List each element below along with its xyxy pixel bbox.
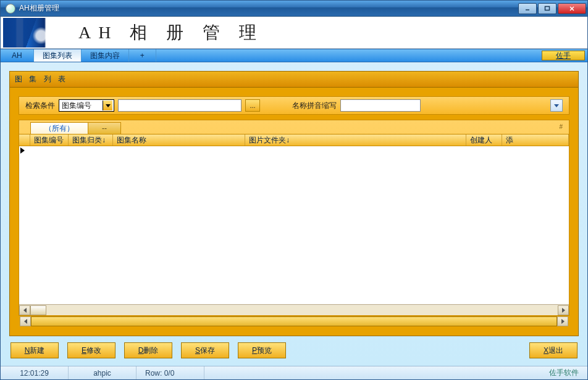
tab-album-list[interactable]: 图集列表 [34, 49, 82, 62]
pinyin-input[interactable] [340, 99, 421, 112]
panel-scroll-thumb[interactable] [31, 316, 557, 326]
grid-tab-dash[interactable]: -- [88, 122, 121, 134]
window-title: AH相册管理 [19, 3, 518, 14]
dropdown-arrow-icon [103, 101, 112, 110]
search-row: 检索条件 图集编号 ... 名称拼音缩写 [19, 96, 569, 115]
scroll-track[interactable] [30, 305, 558, 315]
col-add[interactable]: 添 [502, 134, 569, 146]
search-options-dropdown[interactable] [550, 99, 563, 112]
panel-scroll-right-button[interactable] [557, 316, 568, 326]
grid-row-selector-col[interactable] [19, 134, 30, 146]
panel-scroll-track[interactable] [31, 316, 557, 326]
pinyin-label: 名称拼音缩写 [292, 101, 337, 111]
panel-title: 图 集 列 表 [10, 72, 578, 88]
banner: AH 相 册 管 理 [1, 17, 587, 49]
edit-button[interactable]: E 修改 [67, 342, 116, 358]
tab-add[interactable]: + [129, 49, 156, 62]
window-controls [518, 3, 586, 14]
col-album-category[interactable]: 图集归类↓ [69, 134, 113, 146]
app-icon [6, 4, 15, 14]
search-condition-label: 检索条件 [25, 101, 55, 111]
search-field-select[interactable]: 图集编号 [59, 99, 114, 112]
banner-title: AH 相 册 管 理 [78, 21, 264, 44]
delete-button[interactable]: D 删除 [124, 342, 172, 358]
tabstrip: AH 图集列表 图集内容 + 佐手 [1, 49, 587, 62]
grid-hash: # [559, 122, 566, 134]
new-button[interactable]: N 新建 [10, 342, 59, 358]
close-button[interactable] [558, 3, 586, 14]
col-album-id[interactable]: 图集编号 [30, 134, 69, 146]
grid-tab-all[interactable]: （所有） [30, 122, 88, 134]
banner-logo [3, 18, 72, 48]
maximize-button[interactable] [538, 3, 556, 14]
statusbar: 12:01:29 ahpic Row: 0/0 佐手软件 [1, 366, 587, 379]
scroll-left-button[interactable] [19, 305, 30, 315]
col-album-name[interactable]: 图集名称 [113, 134, 245, 146]
status-app: ahpic [69, 366, 136, 379]
titlebar: AH相册管理 [1, 1, 587, 17]
status-time: 12:01:29 [1, 366, 69, 379]
search-browse-button[interactable]: ... [245, 99, 260, 112]
panel-h-scrollbar[interactable] [19, 316, 569, 327]
search-text-input[interactable] [118, 99, 242, 112]
col-image-folder[interactable]: 图片文件夹↓ [245, 134, 466, 146]
vendor-link[interactable]: 佐手 [542, 51, 585, 60]
preview-button[interactable]: P 预览 [238, 342, 286, 358]
panel-body: 检索条件 图集编号 ... 名称拼音缩写 （所有） [10, 88, 578, 336]
svg-rect-1 [545, 6, 550, 10]
minimize-button[interactable] [518, 3, 537, 14]
action-bar: N 新建 E 修改 D 删除 S 保存 P 预览 X 退出 [9, 336, 579, 360]
grid-tabs: （所有） -- # [19, 120, 569, 134]
work-area: 图 集 列 表 检索条件 图集编号 ... 名称拼音缩写 [1, 62, 587, 366]
col-creator[interactable]: 创建人 [466, 134, 502, 146]
panel-album-list: 图 集 列 表 检索条件 图集编号 ... 名称拼音缩写 [9, 71, 579, 336]
status-brand: 佐手软件 [540, 366, 587, 379]
save-button[interactable]: S 保存 [181, 342, 229, 358]
scroll-thumb[interactable] [30, 305, 46, 315]
tab-album-content[interactable]: 图集内容 [82, 49, 129, 62]
panel-scroll-left-button[interactable] [20, 316, 31, 326]
current-row-indicator-icon [20, 147, 25, 154]
search-field-value: 图集编号 [62, 101, 91, 111]
app-window: AH相册管理 AH 相 册 管 理 AH 图集列表 图集内容 + 佐手 图 集 … [0, 0, 588, 380]
grid-header: 图集编号 图集归类↓ 图集名称 图片文件夹↓ 创建人 添 [19, 134, 569, 146]
tab-ah[interactable]: AH [1, 49, 34, 62]
grid-body[interactable] [19, 146, 569, 304]
exit-button[interactable]: X 退出 [529, 342, 578, 358]
grid-h-scrollbar[interactable] [19, 304, 569, 315]
chevron-down-icon [554, 104, 559, 107]
scroll-right-button[interactable] [558, 305, 569, 315]
status-row: Row: 0/0 [136, 366, 204, 379]
grid: （所有） -- # 图集编号 图集归类↓ 图集名称 图片文件夹↓ 创建人 添 [19, 120, 569, 316]
